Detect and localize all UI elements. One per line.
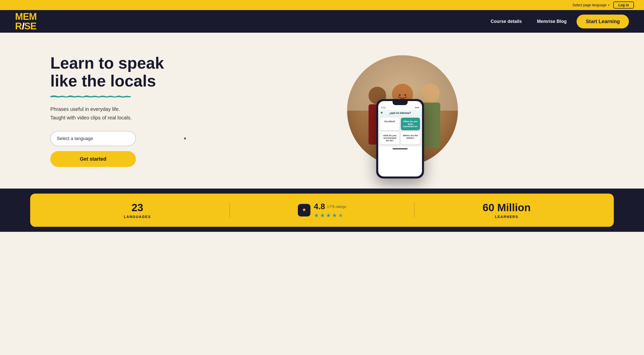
logo[interactable]: MEM RiSE <box>15 12 37 31</box>
rating-count: 177k ratings <box>327 205 346 209</box>
hero-right: 9:41 ●●● ✕ ¿qué os interesa? Excellent! … <box>191 48 614 173</box>
hero-subtitle-line1: Phrases useful in everyday life. <box>50 106 120 112</box>
app-store-icon <box>298 204 310 216</box>
phone-option-2[interactable]: What are you guys interested in? <box>401 118 420 130</box>
stat-learners: 60 Million LEARNERS <box>415 202 599 219</box>
hero-title-line2: like the locals <box>50 72 156 90</box>
logo-mem: MEM <box>15 11 37 22</box>
language-select[interactable]: Select a language Spanish French Japanes… <box>50 131 136 146</box>
star-1: ★ <box>314 212 319 219</box>
hero-underline-decoration <box>50 95 131 98</box>
svg-point-9 <box>405 94 406 96</box>
star-rating: ★ ★ ★ ★ ★ <box>314 212 346 219</box>
stats-bar: 23 LANGUAGES 4.8 177k ratings <box>30 194 614 227</box>
phone-option-1[interactable]: Excellent! <box>380 118 399 130</box>
course-details-link[interactable]: Course details <box>491 19 522 24</box>
get-started-button[interactable]: Get started <box>50 151 136 167</box>
svg-point-6 <box>421 83 440 103</box>
memrise-blog-link[interactable]: Memrise Blog <box>537 19 567 24</box>
language-select-wrapper: Select a language Spanish French Japanes… <box>50 131 191 146</box>
stats-bar-wrapper: 23 LANGUAGES 4.8 177k ratings <box>0 189 644 232</box>
start-learning-button[interactable]: Start Learning <box>577 15 629 28</box>
hero-title: Learn to speak like the locals <box>50 54 191 90</box>
login-button[interactable]: Log in <box>613 2 634 9</box>
star-3: ★ <box>326 212 331 219</box>
select-chevron-icon: ▾ <box>184 136 186 141</box>
phone-notch <box>393 101 408 105</box>
stat-rating: 4.8 177k ratings ★ ★ ★ ★ ★ <box>230 202 414 219</box>
rating-row: 4.8 177k ratings <box>314 202 346 211</box>
phone-question-text: ¿qué os interesa? <box>389 112 411 114</box>
languages-number: 23 <box>132 202 143 214</box>
phone-battery: ●●● <box>415 106 419 109</box>
stat-languages: 23 LANGUAGES <box>45 202 229 219</box>
nav-links: Course details Memrise Blog <box>491 19 567 24</box>
phone-options-grid: Excellent! What are you guys interested … <box>378 116 422 146</box>
page-language-selector[interactable]: Select page language ▾ <box>573 3 609 7</box>
learners-label: LEARNERS <box>495 215 518 219</box>
phone-screen: 9:41 ●●● ✕ ¿qué os interesa? Excellent! … <box>378 101 422 176</box>
rating-number: 4.8 <box>314 202 325 211</box>
phone-option-4[interactable]: Where are the toilets? <box>401 132 420 144</box>
phone-status-bar: 9:41 ●●● <box>378 105 422 110</box>
languages-label: LANGUAGES <box>124 215 151 219</box>
hero-subtitle-line2: Taught with video clips of real locals. <box>50 115 132 120</box>
navbar: MEM RiSE Course details Memrise Blog Sta… <box>0 10 644 33</box>
phone-mockup: 9:41 ●●● ✕ ¿qué os interesa? Excellent! … <box>376 99 424 179</box>
learners-number: 60 Million <box>482 202 531 214</box>
star-4: ★ <box>332 212 337 219</box>
hero-left: Learn to speak like the locals Phrases u… <box>50 54 191 167</box>
phone-home-bar <box>393 148 408 149</box>
app-store-svg <box>301 207 308 214</box>
svg-point-8 <box>399 94 401 96</box>
stat-rating-details: 4.8 177k ratings ★ ★ ★ ★ ★ <box>314 202 346 219</box>
phone-option-3[interactable]: what do you recommend we do? <box>380 132 399 144</box>
hero-section: Learn to speak like the locals Phrases u… <box>0 33 644 189</box>
logo-rise: RiSE <box>15 21 36 31</box>
page-language-label: Select page language <box>573 3 607 7</box>
top-bar: Select page language ▾ Log in <box>0 0 644 10</box>
phone-close-btn[interactable]: ✕ <box>380 111 383 115</box>
star-5-half: ★ <box>338 212 343 219</box>
stat-rating-center: 4.8 177k ratings ★ ★ ★ ★ ★ <box>298 202 346 219</box>
logo-text: MEM RiSE <box>15 12 37 31</box>
star-2: ★ <box>320 212 325 219</box>
hero-subtitle: Phrases useful in everyday life. Taught … <box>50 105 191 122</box>
hero-title-line1: Learn to speak <box>50 54 164 72</box>
phone-time: 9:41 <box>381 106 386 109</box>
chevron-down-icon: ▾ <box>608 4 609 7</box>
